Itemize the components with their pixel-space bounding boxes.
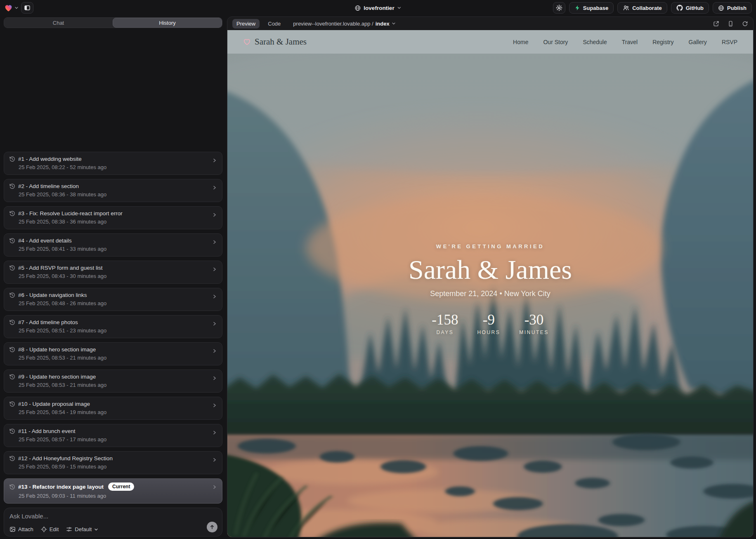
history-item[interactable]: #5 - Add RSVP form and guest list 25 Feb… <box>4 261 222 284</box>
sidebar-toggle-button[interactable] <box>21 2 33 14</box>
history-item[interactable]: #8 - Update hero section image 25 Feb 20… <box>4 342 222 365</box>
history-icon <box>9 319 15 325</box>
chat-history-sidebar: Chat History #1 - Add wedding website 25… <box>0 16 226 539</box>
history-icon <box>9 401 15 407</box>
github-button[interactable]: GitHub <box>671 2 709 14</box>
history-item[interactable]: #2 - Add timeline section 25 Feb 2025, 0… <box>4 179 222 202</box>
preview-url-base: preview--lovefrontier.lovable.app / <box>293 21 373 27</box>
history-item-title: #12 - Add Honeyfund Registry Section <box>18 455 113 461</box>
history-item-timestamp: 25 Feb 2025, 08:57 - 17 minutes ago <box>19 436 217 442</box>
site-header: Sarah & James HomeOur StoryScheduleTrave… <box>227 30 753 54</box>
history-icon <box>9 346 15 353</box>
attach-button[interactable]: Attach <box>9 526 33 532</box>
hero-title: Sarah & James <box>333 254 647 285</box>
history-item[interactable]: #12 - Add Honeyfund Registry Section 25 … <box>4 451 222 474</box>
history-list: #1 - Add wedding website 25 Feb 2025, 08… <box>4 32 222 504</box>
open-external-icon[interactable] <box>713 21 719 27</box>
hero-content: WE'RE GETTING MARRIED Sarah & James Sept… <box>333 243 647 335</box>
refresh-icon[interactable] <box>742 21 748 27</box>
site-nav-link[interactable]: Gallery <box>689 39 707 45</box>
site-nav-link[interactable]: Home <box>513 39 528 45</box>
app-topbar: lovefrontier Supabase Collaborate GitHub… <box>0 0 756 16</box>
chevron-right-icon[interactable] <box>212 294 217 299</box>
site-nav-link[interactable]: RSVP <box>722 39 737 45</box>
chevron-right-icon[interactable] <box>212 376 217 381</box>
collaborate-people-icon <box>623 5 629 11</box>
history-item-title: #9 - Update hero section image <box>18 374 96 380</box>
tab-code[interactable]: Code <box>264 19 285 28</box>
chevron-right-icon[interactable] <box>212 267 217 272</box>
chevron-right-icon[interactable] <box>212 185 217 190</box>
countdown-value: -158 <box>432 312 458 328</box>
history-item[interactable]: #13 - Refactor index page layout Current… <box>4 478 222 504</box>
send-button[interactable] <box>207 522 217 532</box>
settings-button[interactable] <box>553 2 565 14</box>
countdown: -158 DAYS -9 HOURS -30 MINUTES <box>333 312 647 335</box>
chevron-right-icon[interactable] <box>212 485 217 490</box>
history-item[interactable]: #1 - Add wedding website 25 Feb 2025, 08… <box>4 152 222 175</box>
history-item[interactable]: #10 - Update proposal image 25 Feb 2025,… <box>4 397 222 420</box>
history-item-timestamp: 25 Feb 2025, 08:41 - 33 minutes ago <box>19 246 217 252</box>
history-icon <box>9 374 15 380</box>
chevron-right-icon[interactable] <box>212 321 217 326</box>
history-item-title: #1 - Add wedding website <box>18 156 82 162</box>
chevron-right-icon[interactable] <box>212 430 217 435</box>
chevron-down-icon <box>14 6 19 10</box>
site-viewport: Sarah & James HomeOur StoryScheduleTrave… <box>227 30 753 537</box>
lovable-logo-menu[interactable] <box>4 4 19 12</box>
preview-url-page: index <box>376 21 390 27</box>
history-item-title: #4 - Add event details <box>18 238 72 244</box>
history-item[interactable]: #4 - Add event details 25 Feb 2025, 08:4… <box>4 233 222 257</box>
composer-placeholder[interactable]: Ask Lovable... <box>9 513 217 520</box>
site-brand-name: Sarah & James <box>255 37 307 47</box>
chevron-right-icon[interactable] <box>212 457 217 462</box>
site-nav-link[interactable]: Travel <box>622 39 638 45</box>
site-brand[interactable]: Sarah & James <box>243 37 307 47</box>
chevron-right-icon[interactable] <box>212 158 217 163</box>
history-item-title: #5 - Add RSVP form and guest list <box>18 265 103 271</box>
project-switcher[interactable]: lovefrontier <box>354 5 401 11</box>
chevron-down-icon <box>94 527 98 532</box>
prompt-composer[interactable]: Ask Lovable... Attach Edit Default <box>4 508 222 537</box>
countdown-label: MINUTES <box>519 330 549 335</box>
tab-history[interactable]: History <box>113 18 222 28</box>
chevron-right-icon[interactable] <box>212 403 217 408</box>
supabase-button[interactable]: Supabase <box>569 2 614 14</box>
history-item-title: #11 - Add brunch event <box>18 428 76 434</box>
history-item-timestamp: 25 Feb 2025, 08:38 - 36 minutes ago <box>19 219 217 225</box>
collaborate-button[interactable]: Collaborate <box>617 2 667 14</box>
countdown-value: -9 <box>477 312 500 328</box>
history-item-title: #8 - Update hero section image <box>18 346 96 353</box>
history-item[interactable]: #3 - Fix: Resolve Lucide-react import er… <box>4 206 222 229</box>
history-icon <box>9 210 15 217</box>
tab-preview[interactable]: Preview <box>232 19 260 28</box>
edit-button[interactable]: Edit <box>41 526 59 532</box>
site-nav-link[interactable]: Schedule <box>583 39 607 45</box>
history-item-timestamp: 25 Feb 2025, 08:59 - 15 minutes ago <box>19 464 217 470</box>
chevron-right-icon[interactable] <box>212 348 217 353</box>
tab-chat[interactable]: Chat <box>4 18 113 28</box>
chevron-right-icon[interactable] <box>212 240 217 245</box>
publish-button[interactable]: Publish <box>713 2 752 14</box>
sliders-icon <box>66 526 72 532</box>
panel-left-icon <box>24 5 31 11</box>
history-item[interactable]: #7 - Add timeline photos 25 Feb 2025, 08… <box>4 315 222 338</box>
history-item-timestamp: 25 Feb 2025, 08:53 - 21 minutes ago <box>19 355 217 361</box>
site-nav-link[interactable]: Our Story <box>543 39 568 45</box>
history-item[interactable]: #6 - Update navigation links 25 Feb 2025… <box>4 288 222 311</box>
history-item-timestamp: 25 Feb 2025, 09:03 - 11 minutes ago <box>19 493 217 499</box>
history-item-timestamp: 25 Feb 2025, 08:48 - 26 minutes ago <box>19 300 217 306</box>
mobile-view-icon[interactable] <box>728 21 734 27</box>
chevron-right-icon[interactable] <box>212 212 217 217</box>
attach-image-icon <box>9 526 16 532</box>
mode-selector[interactable]: Default <box>66 526 98 532</box>
history-item[interactable]: #11 - Add brunch event 25 Feb 2025, 08:5… <box>4 424 222 447</box>
project-name: lovefrontier <box>364 5 394 11</box>
history-item-title: #3 - Fix: Resolve Lucide-react import er… <box>18 210 123 217</box>
edit-target-icon <box>41 526 47 532</box>
history-item[interactable]: #9 - Update hero section image 25 Feb 20… <box>4 370 222 393</box>
preview-url[interactable]: preview--lovefrontier.lovable.app / inde… <box>293 21 395 27</box>
site-nav-link[interactable]: Registry <box>652 39 673 45</box>
site-nav-links: HomeOur StoryScheduleTravelRegistryGalle… <box>513 39 737 45</box>
lovable-heart-icon <box>4 4 13 12</box>
